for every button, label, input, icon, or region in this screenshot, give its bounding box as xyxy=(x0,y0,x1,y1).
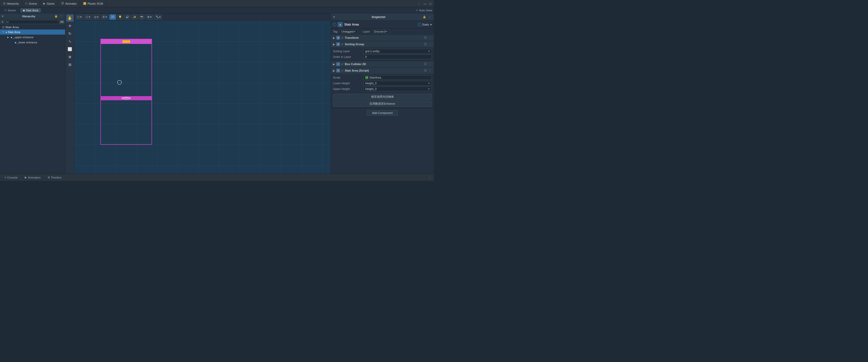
hierarchy-panel-title: Hierarchy xyxy=(22,15,35,18)
static-dropdown-icon[interactable]: ▾ xyxy=(430,23,432,26)
order-in-layer-value[interactable]: 0 xyxy=(364,55,432,59)
scene-camera-btn[interactable]: 📷 xyxy=(138,15,145,20)
tool-rect[interactable]: ⬜ xyxy=(66,46,73,53)
inspector-more-btn[interactable]: ⋮ xyxy=(428,15,432,19)
hierarchy-item-upper[interactable]: ▶ ■ _upper entrance xyxy=(0,35,65,40)
hierarchy-item-lower-label: _lower entrance xyxy=(17,41,37,44)
script-ref-value[interactable]: C# StairArea xyxy=(364,75,432,80)
hierarchy-add-icon[interactable]: + xyxy=(2,20,3,24)
inspector-lock-btn[interactable]: 🔒 xyxy=(422,15,427,19)
add-component-button[interactable]: Add Component xyxy=(367,110,398,116)
tab-game[interactable]: ▶ Game xyxy=(40,0,58,7)
stair-lower-oval xyxy=(122,97,131,99)
transform-check: ✓ xyxy=(341,36,344,39)
scene-render-btn[interactable]: ⬡ ▾ xyxy=(84,15,92,20)
stair-script-info-btn[interactable]: ⓘ xyxy=(424,68,427,73)
stair-script-expand: ▶ xyxy=(333,69,335,72)
box-collider-more-btn[interactable]: ⋮ xyxy=(428,62,432,66)
tab-timeline[interactable]: ⊞ Timeline xyxy=(45,174,64,181)
sorting-group-header[interactable]: ▶ ⊟ ✓ Sorting Group ⓘ ⋮ xyxy=(331,41,434,47)
scene-canvas[interactable] xyxy=(74,21,331,174)
hierarchy-lock-btn[interactable]: 🔒 xyxy=(54,15,58,18)
lower-height-value: Height_0 xyxy=(365,82,377,85)
chinese-btn-1[interactable]: 移至场景内交物体 xyxy=(333,94,432,100)
box-collider-header[interactable]: ▶ □ ✓ Box Collider 2D ⓘ ⋮ xyxy=(331,61,434,67)
hierarchy-item-stairarea[interactable]: ▼ ■ Stair Area xyxy=(0,29,65,35)
topbar-menu-btn[interactable]: ⋮ xyxy=(416,1,422,6)
hierarchy-scene-label: ⬡ Stair Area xyxy=(0,25,65,29)
lower-height-label: Lower Height xyxy=(333,82,361,85)
sorting-layer-dropdown[interactable]: grd-1-entity xyxy=(364,49,432,54)
sorting-group-more-btn[interactable]: ⋮ xyxy=(428,42,432,46)
hierarchy-item-upper-label: _upper entrance xyxy=(13,36,34,39)
stair-script-header[interactable]: ▶ S ✓ Stair Area (Script) ⓘ ⋮ xyxy=(331,67,434,74)
scene-fx-btn[interactable]: ✨ xyxy=(131,15,137,20)
scene-center-circle xyxy=(117,80,122,85)
scene-effects-btn[interactable]: ◎ ▾ xyxy=(93,15,100,20)
tool-transform[interactable]: ⊕ xyxy=(66,53,73,60)
scene-tab-scene[interactable]: ⬡ Scene xyxy=(2,8,18,12)
script-ref-icon: C# xyxy=(365,76,368,79)
script-ref-text: StairArea xyxy=(369,76,381,79)
tab-animator[interactable]: 🎬 Animator xyxy=(58,0,80,7)
inspector-collapse-arrow[interactable]: ▼ xyxy=(333,16,335,18)
tab-console[interactable]: ≡ Console xyxy=(2,174,20,181)
box-collider-icon: □ xyxy=(336,62,340,66)
tool-custom[interactable]: ⊞ xyxy=(66,61,73,68)
static-checkbox[interactable]: ✓ xyxy=(418,23,421,26)
tab-animation[interactable]: ▶ Animation xyxy=(22,174,43,181)
topbar-minimize-btn[interactable]: — xyxy=(423,2,427,6)
tool-move[interactable]: ✛ xyxy=(66,22,73,29)
scene-grid-btn[interactable]: ⊞ ▾ xyxy=(146,15,153,20)
stair-script-body: Script C# StairArea Lower Height Height_… xyxy=(331,74,434,93)
sorting-layer-row: Sorting Layer grd-1-entity xyxy=(333,48,432,54)
inspector-enabled-checkbox[interactable]: ✓ xyxy=(333,23,336,26)
tool-scale[interactable]: ⤡ xyxy=(66,38,73,45)
stair-script-more-btn[interactable]: ⋮ xyxy=(428,68,432,73)
component-transform-header[interactable]: ▶ ⊞ ✓ Transform ⓘ ⋮ xyxy=(331,35,434,41)
transform-more-btn[interactable]: ⋮ xyxy=(428,36,432,40)
scene-shading-btn[interactable]: ⬡ ▾ xyxy=(75,15,83,20)
topbar-maximize-btn[interactable]: □ xyxy=(429,2,432,6)
tool-hand[interactable]: ✋ xyxy=(66,15,73,22)
tag-dropdown[interactable]: Untagged xyxy=(340,29,358,34)
autosave-label: ✓ Auto Save xyxy=(416,8,432,12)
scene-audio-btn[interactable]: 🔊 xyxy=(124,15,130,20)
box-collider-info-btn[interactable]: ⓘ xyxy=(424,62,427,66)
stair-script-actions: ⓘ ⋮ xyxy=(424,68,432,73)
tab-hierarchy-label: Hierarchy xyxy=(7,2,19,5)
stair-script-check: ✓ xyxy=(341,69,344,72)
scene-2d-btn[interactable]: 2D xyxy=(110,15,116,20)
transform-info-btn[interactable]: ⓘ xyxy=(424,36,427,40)
hierarchy-search-bar: + All xyxy=(0,19,65,25)
tool-rotate[interactable]: ↻ xyxy=(66,30,73,37)
tab-plasticscm[interactable]: 🔀 Plastic SCM xyxy=(80,0,106,7)
static-label: Static xyxy=(422,23,429,26)
hierarchy-collapse-arrow[interactable]: ▼ xyxy=(2,15,4,18)
transform-icon: ⊞ xyxy=(336,36,340,39)
stair-lower-bar xyxy=(101,96,152,100)
sorting-group-info-btn[interactable]: ⓘ xyxy=(424,42,427,46)
tab-scene[interactable]: ⬡ Scene xyxy=(22,0,40,7)
upper-height-row: Upper Height Height_0 xyxy=(333,86,432,92)
scene-tab-stairarea[interactable]: ■ Stair Area xyxy=(21,8,41,12)
scene-gizmos-btn[interactable]: ☰ ▾ xyxy=(101,15,108,20)
hierarchy-icon: ☰ xyxy=(3,2,5,5)
bottom-more-btn[interactable]: ⋮ xyxy=(428,176,432,179)
hierarchy-more-btn[interactable]: ⋮ xyxy=(59,15,63,18)
lower-height-dropdown[interactable]: Height_0 xyxy=(364,81,432,86)
hierarchy-item-lower[interactable]: ■ _lower entrance xyxy=(0,40,65,45)
scene-lighting-btn[interactable]: 💡 xyxy=(117,15,123,20)
upper-height-dropdown[interactable]: Height_0 xyxy=(364,87,432,91)
tab-game-label: Game xyxy=(47,2,55,5)
layer-dropdown[interactable]: Ground-0 xyxy=(372,29,390,34)
tab-console-label: Console xyxy=(7,176,18,179)
chinese-btn-2[interactable]: 应用数据至Entrance xyxy=(333,101,432,107)
script-label: Script xyxy=(333,76,361,79)
go-icon: ■ xyxy=(338,22,343,27)
hierarchy-search-input[interactable] xyxy=(4,20,59,24)
tag-label: Tag xyxy=(333,30,338,33)
scene-tools-btn[interactable]: 🔧 ▾ xyxy=(154,15,162,20)
hierarchy-scene-name: Stair Area xyxy=(5,26,19,29)
tab-hierarchy[interactable]: ☰ Hierarchy xyxy=(0,0,22,7)
